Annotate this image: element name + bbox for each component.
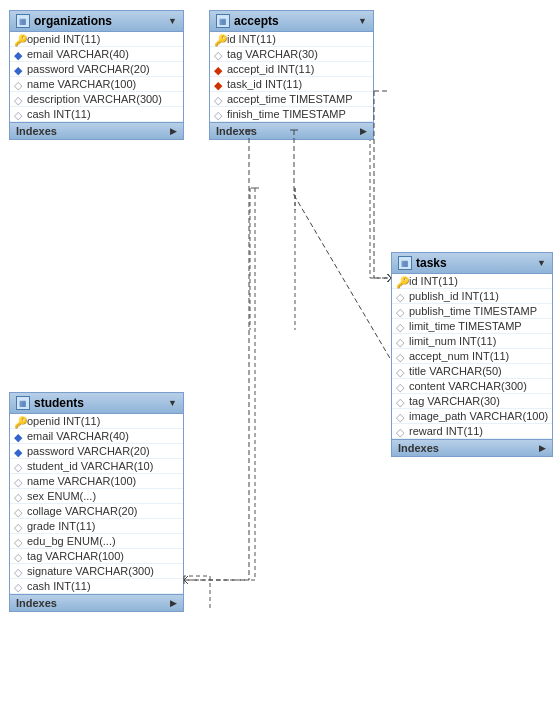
svg-line-31 (294, 195, 391, 360)
field-name: image_path VARCHAR(100) (409, 410, 548, 422)
footer-arrow: ▶ (360, 126, 367, 136)
field-name: limit_time TIMESTAMP (409, 320, 522, 332)
diamond-icon: ◇ (14, 491, 24, 501)
footer-arrow: ▶ (170, 598, 177, 608)
table-row: ◇ cash INT(11) (10, 579, 183, 594)
table-row: ◇ name VARCHAR(100) (10, 474, 183, 489)
field-name: cash INT(11) (27, 580, 91, 592)
table-row: ◇ tag VARCHAR(30) (392, 394, 552, 409)
tasks-table: ▦ tasks ▼ 🔑 id INT(11) ◇ publish_id INT(… (391, 252, 553, 457)
accepts-header[interactable]: ▦ accepts ▼ (210, 11, 373, 32)
field-name: title VARCHAR(50) (409, 365, 502, 377)
key-icon: 🔑 (14, 34, 24, 44)
footer-arrow: ▶ (170, 126, 177, 136)
accepts-table: ▦ accepts ▼ 🔑 id INT(11) ◇ tag VARCHAR(3… (209, 10, 374, 140)
table-row: ◇ finish_time TIMESTAMP (210, 107, 373, 122)
indexes-label: Indexes (16, 597, 57, 609)
field-name: accept_num INT(11) (409, 350, 509, 362)
key-icon: 🔑 (14, 416, 24, 426)
diamond-icon: ◇ (14, 476, 24, 486)
field-name: publish_id INT(11) (409, 290, 499, 302)
diamond-icon: ◇ (14, 94, 24, 104)
diamond-icon: ◆ (14, 64, 24, 74)
students-footer[interactable]: Indexes ▶ (10, 594, 183, 611)
field-name: sex ENUM(...) (27, 490, 96, 502)
accepts-footer[interactable]: Indexes ▶ (210, 122, 373, 139)
field-name: publish_time TIMESTAMP (409, 305, 537, 317)
table-row: ◇ publish_id INT(11) (392, 289, 552, 304)
table-row: ◆ email VARCHAR(40) (10, 429, 183, 444)
diamond-icon: ◇ (396, 366, 406, 376)
table-row: ◇ collage VARCHAR(20) (10, 504, 183, 519)
field-name: signature VARCHAR(300) (27, 565, 154, 577)
diamond-icon: ◇ (14, 521, 24, 531)
table-icon: ▦ (16, 14, 30, 28)
field-name: tag VARCHAR(30) (227, 48, 318, 60)
table-row: 🔑 openid INT(11) (10, 32, 183, 47)
diamond-icon: ◇ (14, 581, 24, 591)
diamond-icon: ◇ (214, 109, 224, 119)
table-row: ◇ reward INT(11) (392, 424, 552, 439)
students-table: ▦ students ▼ 🔑 openid INT(11) ◆ email VA… (9, 392, 184, 612)
field-name: content VARCHAR(300) (409, 380, 527, 392)
table-row: ◆ task_id INT(11) (210, 77, 373, 92)
diamond-icon: ◇ (396, 381, 406, 391)
field-name: openid INT(11) (27, 415, 100, 427)
table-row: 🔑 id INT(11) (210, 32, 373, 47)
field-name: name VARCHAR(100) (27, 475, 136, 487)
table-row: ◇ sex ENUM(...) (10, 489, 183, 504)
diamond-red-icon: ◆ (214, 64, 224, 74)
svg-line-29 (184, 580, 188, 584)
students-header[interactable]: ▦ students ▼ (10, 393, 183, 414)
tasks-footer[interactable]: Indexes ▶ (392, 439, 552, 456)
indexes-label: Indexes (398, 442, 439, 454)
diamond-icon: ◇ (214, 49, 224, 59)
students-title: students (34, 396, 164, 410)
field-name: edu_bg ENUM(...) (27, 535, 116, 547)
tasks-header[interactable]: ▦ tasks ▼ (392, 253, 552, 274)
table-row: ◆ email VARCHAR(40) (10, 47, 183, 62)
diamond-icon: ◇ (14, 79, 24, 89)
diamond-icon: ◇ (396, 336, 406, 346)
table-row: ◇ publish_time TIMESTAMP (392, 304, 552, 319)
table-row: ◇ limit_time TIMESTAMP (392, 319, 552, 334)
field-name: description VARCHAR(300) (27, 93, 162, 105)
diamond-icon: ◇ (14, 566, 24, 576)
accepts-title: accepts (234, 14, 354, 28)
diamond-icon: ◇ (214, 94, 224, 104)
diamond-icon: ◇ (396, 306, 406, 316)
table-row: ◇ content VARCHAR(300) (392, 379, 552, 394)
table-row: ◇ title VARCHAR(50) (392, 364, 552, 379)
field-name: cash INT(11) (27, 108, 91, 120)
diamond-icon: ◇ (14, 551, 24, 561)
field-name: student_id VARCHAR(10) (27, 460, 153, 472)
table-row: ◆ accept_id INT(11) (210, 62, 373, 77)
organizations-table: ▦ organizations ▼ 🔑 openid INT(11) ◆ ema… (9, 10, 184, 140)
table-icon: ▦ (16, 396, 30, 410)
indexes-label: Indexes (216, 125, 257, 137)
svg-line-28 (184, 576, 188, 580)
table-row: ◇ name VARCHAR(100) (10, 77, 183, 92)
diamond-icon: ◇ (396, 291, 406, 301)
diamond-icon: ◆ (14, 49, 24, 59)
key-icon: 🔑 (396, 276, 406, 286)
diamond-icon: ◇ (396, 426, 406, 436)
header-arrow: ▼ (168, 16, 177, 26)
field-name: password VARCHAR(20) (27, 63, 150, 75)
organizations-footer[interactable]: Indexes ▶ (10, 122, 183, 139)
table-row: ◇ limit_num INT(11) (392, 334, 552, 349)
organizations-title: organizations (34, 14, 164, 28)
field-name: accept_id INT(11) (227, 63, 314, 75)
table-row: 🔑 id INT(11) (392, 274, 552, 289)
table-row: ◇ tag VARCHAR(30) (210, 47, 373, 62)
diamond-icon: ◇ (396, 411, 406, 421)
table-row: ◇ grade INT(11) (10, 519, 183, 534)
field-name: accept_time TIMESTAMP (227, 93, 353, 105)
organizations-header[interactable]: ▦ organizations ▼ (10, 11, 183, 32)
tasks-title: tasks (416, 256, 533, 270)
table-row: ◇ cash INT(11) (10, 107, 183, 122)
table-icon: ▦ (216, 14, 230, 28)
table-row: 🔑 openid INT(11) (10, 414, 183, 429)
field-name: id INT(11) (409, 275, 458, 287)
indexes-label: Indexes (16, 125, 57, 137)
